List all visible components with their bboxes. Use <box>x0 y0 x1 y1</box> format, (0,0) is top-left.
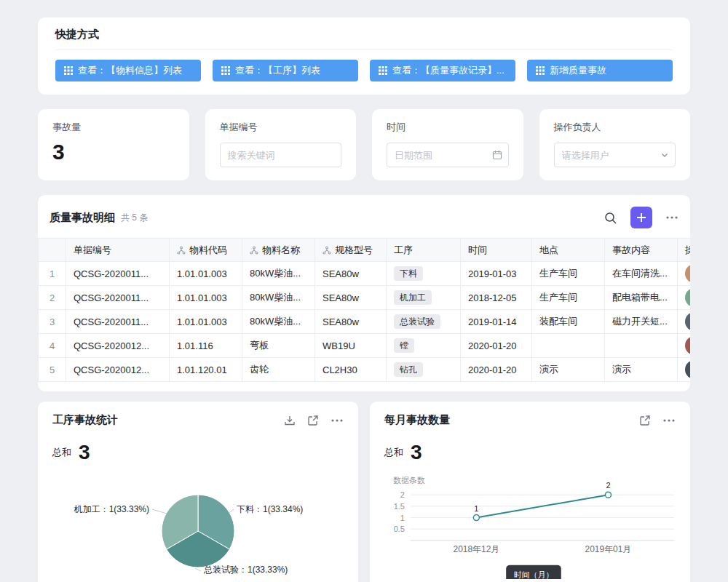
cell-process: 总装试验 <box>387 310 461 334</box>
cell-material-name: 齿轮 <box>242 358 315 382</box>
add-record-button[interactable] <box>630 207 652 228</box>
time-filter-card: 时间 <box>372 109 523 180</box>
table-row[interactable]: 4QCSG-2020012...1.01.116弯板WB19U镗2020-01-… <box>39 334 691 358</box>
col-header-doc-no[interactable]: 单据编号 <box>66 239 170 262</box>
cell-material-name: 80kW柴油... <box>242 310 315 334</box>
col-header-operator[interactable]: 操作负责人 <box>678 239 691 262</box>
cell-content: 在车间清洗... <box>605 262 678 286</box>
col-header-label: 规格型号 <box>335 244 373 257</box>
col-header-label: 单据编号 <box>74 244 111 255</box>
accident-count-card: 事故量 3 <box>38 109 189 180</box>
col-header-place[interactable]: 地点 <box>532 239 605 262</box>
col-header-label: 物料名称 <box>262 244 300 257</box>
col-header-material-name[interactable]: 物料名称 <box>242 239 315 262</box>
cell-spec: WB19U <box>315 334 387 358</box>
pie-label: 总装试验：1(33.33%) <box>203 565 288 575</box>
relation-icon <box>250 246 258 255</box>
external-link-icon <box>639 415 651 426</box>
more-icon <box>665 211 678 224</box>
col-header-spec[interactable]: 规格型号 <box>315 239 387 262</box>
table-row[interactable]: 2QCSG-2020011...1.01.01.00380kW柴油...SEA8… <box>39 286 691 310</box>
table-scroll-area[interactable]: 单据编号 物料代码 物料名称 规格型号 工序 时间 地点 事故内容 操作负责人 … <box>38 238 690 382</box>
relation-icon <box>323 246 331 255</box>
open-external-button[interactable] <box>639 415 651 426</box>
row-index: 2 <box>39 286 66 310</box>
doc-no-filter-card: 单据编号 <box>205 109 357 180</box>
grid-icon <box>64 66 73 75</box>
search-button[interactable] <box>604 211 617 225</box>
col-header-content[interactable]: 事故内容 <box>605 239 678 262</box>
operator-select[interactable] <box>554 143 676 167</box>
calendar-icon <box>492 150 502 160</box>
col-header-label: 工序 <box>394 244 413 255</box>
col-header-index <box>39 239 66 262</box>
shortcut-button-label: 新增质量事故 <box>550 64 606 77</box>
doc-no-search-input[interactable] <box>220 143 342 167</box>
cell-doc-no: QCSG-2020011... <box>66 310 170 334</box>
y-tick-label: 1.5 <box>394 502 405 511</box>
search-icon <box>604 211 617 225</box>
avatar <box>685 264 690 283</box>
shortcut-view-quality-records-button[interactable]: 查看：【质量事故记录】... <box>370 60 515 81</box>
y-tick-label: 2 <box>400 490 405 499</box>
cell-process: 镗 <box>387 334 461 358</box>
cell-time: 2018-12-05 <box>461 286 532 310</box>
date-range-input[interactable] <box>387 143 509 167</box>
col-header-time[interactable]: 时间 <box>461 239 532 262</box>
cell-time: 2020-01-20 <box>461 358 532 382</box>
line-total-label: 总和 <box>384 446 403 461</box>
more-menu-button[interactable] <box>662 414 676 427</box>
data-point[interactable] <box>605 492 611 498</box>
col-header-process[interactable]: 工序 <box>387 239 461 262</box>
more-icon <box>662 414 676 427</box>
download-icon <box>284 415 296 426</box>
chevron-down-icon <box>660 151 669 159</box>
pie-leader-line <box>195 568 201 571</box>
col-header-label: 操作负责人 <box>685 244 690 255</box>
row-index: 1 <box>39 262 66 286</box>
pie-leader-line <box>152 509 167 514</box>
more-menu-button[interactable] <box>665 211 678 224</box>
dashboard-page: 快捷方式 查看：【物料信息】列表 查看：【工序】列表 查看：【质量事故记录】..… <box>0 0 728 582</box>
cell-doc-no: QCSG-2020011... <box>66 286 170 310</box>
col-header-material-code[interactable]: 物料代码 <box>170 239 242 262</box>
filters-row: 事故量 3 单据编号 时间 操作负责人 <box>38 109 690 180</box>
table-row[interactable]: 5QCSG-2020012...1.01.120.01齿轮CL2H30钻孔202… <box>39 358 691 382</box>
more-icon <box>331 414 344 427</box>
cell-process: 钻孔 <box>387 358 461 382</box>
cell-place <box>532 334 605 358</box>
doc-no-filter-label: 单据编号 <box>220 121 342 134</box>
cell-doc-no: QCSG-2020012... <box>66 358 170 382</box>
pie-label: 机加工：1(33.33%) <box>74 504 149 514</box>
pie-chart-title: 工序事故统计 <box>52 413 118 427</box>
row-index: 3 <box>39 310 66 334</box>
avatar <box>685 336 690 355</box>
shortcut-add-quality-accident-button[interactable]: 新增质量事故 <box>527 60 673 81</box>
cell-operator <box>678 310 691 334</box>
accident-count-label: 事故量 <box>52 121 175 134</box>
line-chart-title: 每月事故数量 <box>384 413 450 427</box>
open-external-button[interactable] <box>307 415 319 426</box>
shortcut-view-material-list-button[interactable]: 查看：【物料信息】列表 <box>55 60 201 81</box>
more-menu-button[interactable] <box>331 414 344 427</box>
grid-icon <box>221 66 230 75</box>
data-point[interactable] <box>473 515 479 521</box>
shortcut-view-process-list-button[interactable]: 查看：【工序】列表 <box>213 60 358 81</box>
cell-material-code: 1.01.120.01 <box>170 358 242 382</box>
cell-time: 2019-01-14 <box>461 310 532 334</box>
record-count: 共 5 条 <box>121 212 148 224</box>
cell-content: 演示 <box>605 358 678 382</box>
table-row[interactable]: 1QCSG-2020011...1.01.01.00380kW柴油...SEA8… <box>39 262 691 286</box>
col-header-label: 地点 <box>539 244 558 255</box>
process-tag: 下料 <box>394 266 423 281</box>
table-row[interactable]: 3QCSG-2020011...1.01.01.00380kW柴油...SEA8… <box>39 310 691 334</box>
cell-process: 下料 <box>387 262 461 286</box>
download-button[interactable] <box>284 415 296 426</box>
avatar <box>685 288 690 307</box>
accident-detail-card: 质量事故明细 共 5 条 <box>38 195 690 391</box>
cell-content: 磁力开关短... <box>605 310 678 334</box>
cell-doc-no: QCSG-2020011... <box>66 262 170 286</box>
process-tag: 机加工 <box>394 290 432 305</box>
pie-label: 下料：1(33.34%) <box>237 504 303 514</box>
cell-process: 机加工 <box>387 286 461 310</box>
